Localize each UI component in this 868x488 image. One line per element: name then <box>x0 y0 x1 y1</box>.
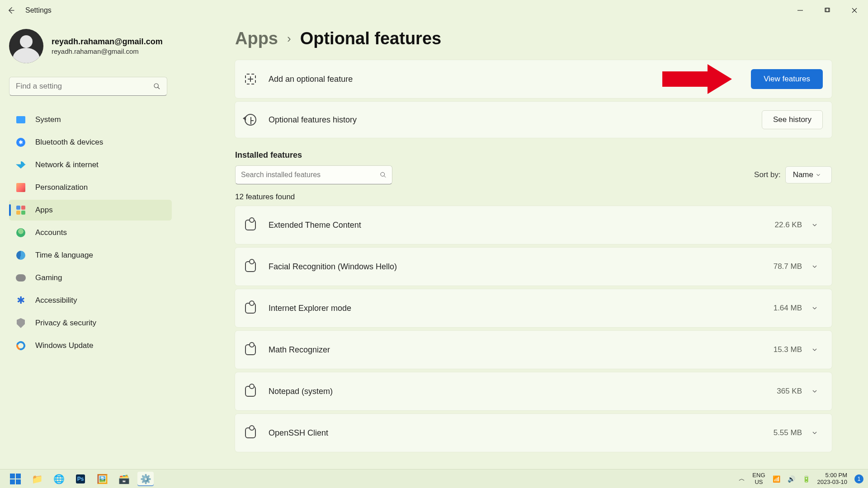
add-feature-card: Add an optional feature View features <box>235 60 832 98</box>
feature-row[interactable]: Facial Recognition (Windows Hello) 78.7 … <box>235 248 832 286</box>
feature-name: Notepad (system) <box>269 387 777 396</box>
tray-lang-bot: US <box>752 479 765 485</box>
wifi-icon[interactable]: 📶 <box>773 475 780 483</box>
sidebar-item-label: Network & internet <box>35 160 99 169</box>
sidebar-item-label: Apps <box>35 206 53 215</box>
puzzle-icon <box>244 343 257 356</box>
feature-row[interactable]: Internet Explorer mode 1.64 MB <box>235 289 832 327</box>
gear-icon: ⚙️ <box>140 474 151 484</box>
minimize-icon <box>797 8 803 13</box>
notifications-badge[interactable]: 1 <box>854 474 863 483</box>
window-title: Settings <box>25 6 52 14</box>
brush-icon <box>15 182 26 193</box>
sidebar-item-label: Gaming <box>35 273 62 282</box>
feature-name: Facial Recognition (Windows Hello) <box>269 262 774 272</box>
start-button[interactable] <box>7 472 24 486</box>
sidebar-search-input[interactable] <box>9 77 167 95</box>
add-grid-icon <box>244 73 257 85</box>
sidebar-item-label: Accounts <box>35 228 67 237</box>
sidebar-item-windows-update[interactable]: Windows Update <box>9 335 172 356</box>
feature-name: OpenSSH Client <box>269 428 774 438</box>
sidebar-item-apps[interactable]: Apps <box>9 200 172 221</box>
sidebar-item-accessibility[interactable]: ✱ Accessibility <box>9 290 172 311</box>
filter-row: Sort by: Name <box>235 165 832 184</box>
feature-row[interactable]: Extended Theme Content 22.6 KB <box>235 206 832 244</box>
maximize-button[interactable] <box>814 0 841 21</box>
taskbar-explorer[interactable]: 📁 <box>29 472 45 486</box>
close-button[interactable] <box>841 0 868 21</box>
battery-icon[interactable]: 🔋 <box>802 475 810 483</box>
chevron-down-icon <box>811 221 823 229</box>
installed-search-input[interactable] <box>236 166 392 184</box>
breadcrumb: Apps › Optional features <box>235 29 832 48</box>
tray-overflow-icon[interactable]: ︿ <box>739 475 745 483</box>
taskbar-app[interactable]: 🖼️ <box>94 472 110 486</box>
chevron-down-icon <box>811 263 823 270</box>
system-icon <box>15 114 26 125</box>
back-button[interactable] <box>5 5 16 16</box>
installed-search[interactable] <box>235 165 392 184</box>
sidebar-item-network[interactable]: Network & internet <box>9 155 172 175</box>
svg-rect-0 <box>825 8 829 12</box>
chevron-right-icon: › <box>287 32 291 46</box>
avatar <box>9 29 43 63</box>
puzzle-icon <box>244 427 257 439</box>
update-icon <box>15 340 26 351</box>
taskbar-photoshop[interactable]: Ps <box>72 472 89 486</box>
feature-row[interactable]: Math Recognizer 15.3 MB <box>235 331 832 369</box>
feature-size: 15.3 MB <box>774 345 802 354</box>
sort-select[interactable]: Name <box>785 166 832 183</box>
svg-point-3 <box>381 172 385 176</box>
puzzle-icon <box>244 302 257 314</box>
features-count: 12 features found <box>235 192 832 202</box>
history-label: Optional features history <box>269 115 762 125</box>
sidebar-item-privacy[interactable]: Privacy & security <box>9 313 172 333</box>
sidebar-item-personalization[interactable]: Personalization <box>9 177 172 198</box>
feature-size: 5.55 MB <box>774 428 802 437</box>
svg-point-2 <box>154 84 158 88</box>
bluetooth-icon: ✱ <box>15 137 26 148</box>
sidebar-item-gaming[interactable]: Gaming <box>9 267 172 288</box>
breadcrumb-parent[interactable]: Apps <box>235 29 278 48</box>
sort-label: Sort by: <box>754 170 781 179</box>
search-icon <box>380 172 387 178</box>
svg-rect-1 <box>826 8 830 12</box>
main-content: Apps › Optional features Add an optional… <box>181 21 868 469</box>
sidebar-item-bluetooth[interactable]: ✱ Bluetooth & devices <box>9 132 172 153</box>
sidebar-item-accounts[interactable]: Accounts <box>9 222 172 243</box>
feature-size: 78.7 MB <box>774 262 802 271</box>
minimize-button[interactable] <box>787 0 814 21</box>
chevron-down-icon <box>811 429 823 436</box>
sidebar-item-system[interactable]: System <box>9 109 172 130</box>
feature-name: Internet Explorer mode <box>269 304 774 313</box>
app-icon: 🗃️ <box>118 474 130 484</box>
close-icon <box>852 8 857 13</box>
taskbar: 📁 🌐 Ps 🖼️ 🗃️ ⚙️ ︿ ENG US 📶 🔊 🔋 5:00 PM 2… <box>0 469 868 488</box>
volume-icon[interactable]: 🔊 <box>788 475 795 483</box>
taskbar-chrome[interactable]: 🌐 <box>51 472 67 486</box>
feature-row[interactable]: OpenSSH Client 5.55 MB <box>235 414 832 452</box>
wifi-icon <box>15 160 26 170</box>
tray-date: 2023-03-10 <box>817 479 848 485</box>
taskbar-settings[interactable]: ⚙️ <box>137 472 154 486</box>
titlebar: Settings <box>0 0 868 21</box>
sidebar-item-label: Personalization <box>35 183 88 192</box>
tray-clock[interactable]: 5:00 PM 2023-03-10 <box>817 472 848 485</box>
accessibility-icon: ✱ <box>15 295 26 306</box>
search-icon <box>153 83 160 90</box>
sidebar-item-time-language[interactable]: Time & language <box>9 245 172 266</box>
profile-block[interactable]: reyadh.rahaman@gmail.com reyadh.rahaman@… <box>9 29 172 63</box>
taskbar-app2[interactable]: 🗃️ <box>116 472 132 486</box>
sort-value: Name <box>793 170 813 179</box>
see-history-button[interactable]: See history <box>762 110 823 129</box>
sidebar-item-label: Accessibility <box>35 296 77 305</box>
photoshop-icon: Ps <box>76 474 85 483</box>
feature-row[interactable]: Notepad (system) 365 KB <box>235 372 832 410</box>
sidebar-search[interactable] <box>9 77 167 96</box>
tray-language[interactable]: ENG US <box>752 472 765 485</box>
sidebar-nav: System ✱ Bluetooth & devices Network & i… <box>9 109 172 356</box>
sidebar-item-label: Windows Update <box>35 341 94 350</box>
view-features-button[interactable]: View features <box>751 69 823 89</box>
annotation-arrow-icon <box>662 64 741 94</box>
shield-icon <box>15 318 26 328</box>
